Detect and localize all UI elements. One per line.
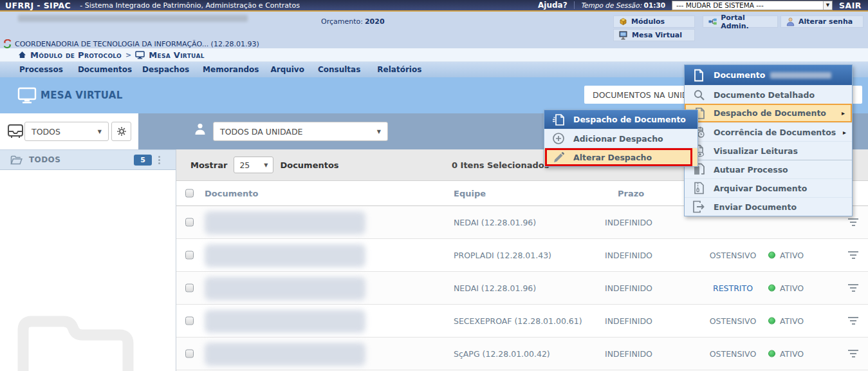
logout-button[interactable]: SAIR (839, 1, 862, 10)
table-row: SçAPG (12.28.01.00.42) INDEFINIDO OSTENS… (176, 338, 868, 370)
selected-count: 0 Itens Selecionados (452, 160, 549, 170)
row-actions-icon[interactable] (848, 317, 858, 325)
archive-document-icon (692, 182, 705, 195)
chevron-down-icon: ▼ (98, 129, 102, 135)
unit-info: COORDENADORIA DE TECNOLOGIA DA INFORMAÇÃ… (3, 39, 259, 48)
person-icon (194, 123, 206, 135)
document-icon (692, 69, 705, 82)
select-all-checkbox[interactable] (185, 189, 194, 198)
status: ATIVO (768, 316, 804, 326)
app-subtitle: - Sistema Integrado de Patrimônio, Admin… (80, 1, 300, 10)
folders-sidebar: TODOS 5 (0, 149, 176, 371)
status-active-dot (768, 350, 775, 357)
portal-admin-button[interactable]: Portal Admin. (703, 15, 778, 28)
desk-category-select[interactable]: TODOS ▼ (24, 122, 109, 141)
menu-item-arquivar-documento[interactable]: Arquivar Documento (685, 178, 852, 197)
row-checkbox[interactable] (185, 218, 194, 227)
plus-circle-icon (552, 132, 565, 145)
menu-memorandos[interactable]: Memorandos (203, 65, 259, 74)
menu-arquivo[interactable]: Arquivo (270, 65, 304, 74)
status: ATIVO (768, 283, 804, 293)
menu-processos[interactable]: Processos (19, 65, 63, 74)
breadcrumb-page[interactable]: Mesa Virtual (149, 50, 204, 60)
menu-item-autuar-processo[interactable]: Autuar Processo (685, 160, 852, 178)
help-link[interactable]: Ajuda? (538, 1, 568, 10)
status: ATIVO (768, 349, 804, 359)
breadcrumb: Módulo de Protocolo > Mesa Virtual (0, 48, 868, 62)
change-password-button[interactable]: Alterar senha (780, 15, 863, 28)
row-checkbox[interactable] (185, 350, 194, 358)
desk-icon (7, 124, 24, 139)
menu-consultas[interactable]: Consultas (318, 65, 360, 74)
row-checkbox[interactable] (185, 284, 194, 292)
menu-item-visualizar-leituras[interactable]: Visualizar Leituras (685, 141, 852, 160)
change-unit-icon (3, 39, 12, 48)
page-size-select[interactable]: 25 ▼ (234, 157, 273, 173)
monitor-icon (135, 51, 145, 59)
user-band: Orçamento:2020 COORDENADORIA DE TECNOLOG… (0, 12, 868, 48)
chevron-down-icon: ▼ (377, 129, 381, 135)
folder-open-icon (10, 155, 23, 165)
session-timer: Tempo de Sessão: 01:30 (581, 1, 665, 9)
menu-relatorios[interactable]: Relatórios (377, 65, 421, 74)
row-actions-icon[interactable] (848, 284, 858, 292)
send-document-icon (692, 200, 705, 213)
status-active-dot (768, 252, 775, 259)
despacho-submenu: Despacho de Documento Adicionar Despacho… (544, 109, 698, 167)
breadcrumb-module[interactable]: Módulo de Protocolo (30, 50, 122, 60)
redacted-document-name (205, 277, 365, 300)
settings-button[interactable] (111, 122, 131, 141)
pencil-icon (552, 151, 565, 164)
row-checkbox[interactable] (185, 251, 194, 260)
menu-despachos[interactable]: Despachos (142, 65, 189, 74)
redacted-document-name (205, 211, 365, 234)
home-icon (18, 51, 26, 59)
submenu-item-adicionar-despacho[interactable]: Adicionar Despacho (544, 129, 697, 147)
app-brand: UFRRJ - SIPAC (5, 1, 71, 10)
document-context-menu: Documento Documento Detalhado Despacho d… (684, 64, 853, 216)
folder-watermark-icon (5, 307, 167, 371)
magnifier-icon (692, 89, 705, 101)
monitor-icon (619, 31, 628, 40)
modules-button[interactable]: Módulos (613, 15, 695, 28)
context-menu-header: Documento (685, 65, 852, 85)
folder-label: TODOS (29, 155, 60, 164)
row-checkbox[interactable] (185, 317, 194, 325)
row-actions-icon[interactable] (848, 350, 858, 357)
status: ATIVO (768, 251, 804, 260)
count-badge: 5 (134, 155, 152, 166)
change-system-select[interactable]: --- MUDAR DE SISTEMA --- ▼ (672, 1, 833, 10)
row-actions-icon[interactable] (848, 218, 858, 226)
submenu-arrow-icon: ▸ (842, 109, 845, 117)
scope-select[interactable]: TODOS DA UNIDADE ▼ (213, 122, 388, 141)
table-row: NEDAI (12.28.01.96) INDEFINIDO RESTRITO … (176, 272, 868, 305)
top-bar: UFRRJ - SIPAC - Sistema Integrado de Pat… (0, 0, 868, 12)
sidebar-item-todos[interactable]: TODOS 5 (0, 149, 176, 170)
budget-info: Orçamento:2020 (321, 17, 385, 26)
redacted-document-id (770, 72, 831, 79)
menu-item-ocorrencia-de-documentos[interactable]: Ocorrência de Documentos ▸ (685, 122, 852, 141)
table-row: PROPLADI (12.28.01.43) INDEFINIDO OSTENS… (176, 239, 868, 272)
menu-documentos[interactable]: Documentos (78, 65, 132, 74)
submenu-item-alterar-despacho[interactable]: Alterar Despacho (544, 147, 697, 166)
menu-item-enviar-documento[interactable]: Enviar Documento (685, 197, 852, 216)
chevron-down-icon: ▼ (823, 1, 832, 10)
row-actions-icon[interactable] (848, 251, 858, 259)
divider (574, 1, 575, 9)
restrito-link[interactable]: RESTRITO (691, 283, 775, 293)
redacted-document-name (205, 343, 365, 366)
menu-item-documento-detalhado[interactable]: Documento Detalhado (685, 85, 852, 104)
kebab-menu-icon[interactable] (158, 156, 160, 164)
page-title: MESA VIRTUAL (41, 90, 123, 101)
submenu-arrow-icon: ▸ (843, 129, 846, 136)
monitor-icon (17, 87, 37, 104)
submenu-header: Despacho de Documento (544, 110, 697, 129)
user-key-icon (786, 17, 795, 26)
mesa-virtual-button[interactable]: Mesa Virtual (613, 29, 695, 41)
menu-item-despacho-de-documento[interactable]: Despacho de Documento ▸ (685, 104, 852, 122)
modules-icon (619, 17, 627, 26)
gear-icon (116, 126, 127, 137)
portal-admin-icon (708, 17, 717, 26)
redacted-document-name (205, 244, 365, 267)
table-row: SECEXEPROAF (12.28.01.00.61) INDEFINIDO … (176, 305, 868, 338)
